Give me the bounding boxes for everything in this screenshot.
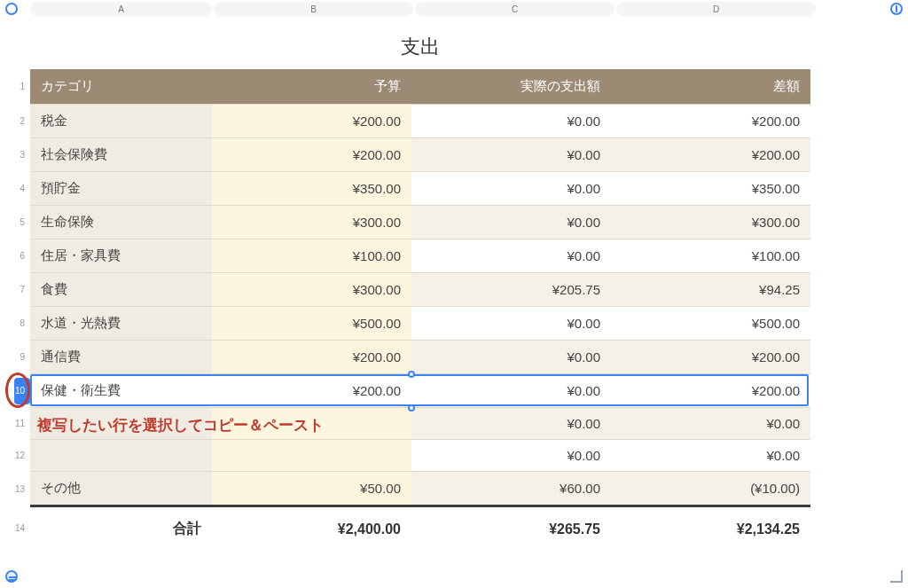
category-cell[interactable]: 通信費 bbox=[30, 341, 212, 374]
budget-cell[interactable]: ¥350.00 bbox=[212, 172, 411, 206]
row-label[interactable]: 9 bbox=[0, 341, 30, 374]
resize-handle-icon[interactable] bbox=[890, 570, 903, 583]
table-row[interactable]: 食費¥300.00¥205.75¥94.25 bbox=[30, 273, 810, 307]
diff-cell[interactable]: ¥0.00 bbox=[611, 440, 810, 472]
budget-cell[interactable]: ¥200.00 bbox=[212, 374, 411, 408]
diff-cell[interactable]: (¥10.00) bbox=[611, 472, 810, 506]
expense-table[interactable]: カテゴリ予算実際の支出額差額税金¥200.00¥0.00¥200.00社会保険費… bbox=[30, 69, 810, 551]
row-label[interactable]: 11 bbox=[0, 408, 30, 440]
budget-cell[interactable]: ¥300.00 bbox=[212, 206, 411, 239]
row-label[interactable]: 4 bbox=[0, 172, 30, 206]
header-cell[interactable]: 予算 bbox=[212, 69, 411, 105]
total-label[interactable]: 合計 bbox=[30, 506, 212, 552]
table-handle-icon[interactable] bbox=[5, 3, 18, 15]
actual-cell[interactable]: ¥0.00 bbox=[411, 408, 611, 440]
row-label[interactable]: 2 bbox=[0, 105, 30, 138]
diff-cell[interactable]: ¥500.00 bbox=[611, 307, 810, 341]
total-budget[interactable]: ¥2,400.00 bbox=[212, 506, 411, 552]
category-cell[interactable]: 預貯金 bbox=[30, 172, 212, 206]
add-column-icon[interactable] bbox=[890, 3, 903, 15]
row-label[interactable]: 7 bbox=[0, 273, 30, 307]
budget-cell[interactable]: ¥200.00 bbox=[212, 138, 411, 172]
header-cell[interactable]: カテゴリ bbox=[30, 69, 212, 105]
actual-cell[interactable]: ¥0.00 bbox=[411, 105, 611, 138]
table-row[interactable]: 水道・光熱費¥500.00¥0.00¥500.00 bbox=[30, 307, 810, 341]
table-container: 支出 カテゴリ予算実際の支出額差額税金¥200.00¥0.00¥200.00社会… bbox=[30, 27, 810, 551]
category-cell[interactable]: 税金 bbox=[30, 105, 212, 138]
row-label[interactable]: 8 bbox=[0, 307, 30, 341]
row-label[interactable]: 6 bbox=[0, 239, 30, 273]
actual-cell[interactable]: ¥0.00 bbox=[411, 206, 611, 239]
budget-cell[interactable]: ¥200.00 bbox=[212, 105, 411, 138]
row-label[interactable]: 14 bbox=[0, 506, 30, 552]
diff-cell[interactable]: ¥300.00 bbox=[611, 206, 810, 239]
category-cell[interactable]: 保健・衛生費 bbox=[30, 374, 212, 408]
actual-cell[interactable]: ¥0.00 bbox=[411, 374, 611, 408]
row-label[interactable]: 1 bbox=[0, 69, 30, 105]
diff-cell[interactable]: ¥100.00 bbox=[611, 239, 810, 273]
category-cell[interactable]: 水道・光熱費 bbox=[30, 307, 212, 341]
row-label[interactable]: 3 bbox=[0, 138, 30, 172]
table-menu-icon[interactable] bbox=[5, 570, 18, 583]
actual-cell[interactable]: ¥0.00 bbox=[411, 239, 611, 273]
category-cell[interactable]: その他 bbox=[30, 472, 212, 506]
budget-cell[interactable]: ¥500.00 bbox=[212, 307, 411, 341]
category-cell[interactable] bbox=[30, 440, 212, 472]
col-header-b[interactable]: B bbox=[214, 2, 413, 16]
actual-cell[interactable]: ¥0.00 bbox=[411, 138, 611, 172]
table-title: 支出 bbox=[30, 27, 810, 69]
row-label[interactable]: 10 bbox=[0, 374, 30, 408]
category-cell[interactable]: 生命保険 bbox=[30, 206, 212, 239]
budget-cell[interactable]: ¥100.00 bbox=[212, 239, 411, 273]
diff-cell[interactable]: ¥200.00 bbox=[611, 138, 810, 172]
actual-cell[interactable]: ¥0.00 bbox=[411, 341, 611, 374]
row-label[interactable]: 5 bbox=[0, 206, 30, 239]
diff-cell[interactable]: ¥200.00 bbox=[611, 374, 810, 408]
col-header-d[interactable]: D bbox=[616, 2, 816, 16]
col-header-c[interactable]: C bbox=[415, 2, 614, 16]
total-diff: ¥2,134.25 bbox=[611, 506, 810, 552]
diff-cell[interactable]: ¥0.00 bbox=[611, 408, 810, 440]
budget-cell[interactable] bbox=[212, 408, 411, 440]
category-cell[interactable]: 食費 bbox=[30, 273, 212, 307]
actual-cell[interactable]: ¥0.00 bbox=[411, 172, 611, 206]
table-row[interactable]: その他¥50.00¥60.00(¥10.00) bbox=[30, 472, 810, 506]
col-header-a[interactable]: A bbox=[30, 2, 212, 16]
actual-cell[interactable]: ¥0.00 bbox=[411, 307, 611, 341]
budget-cell[interactable] bbox=[212, 440, 411, 472]
table-row[interactable]: 社会保険費¥200.00¥0.00¥200.00 bbox=[30, 138, 810, 172]
header-cell[interactable]: 差額 bbox=[611, 69, 810, 105]
diff-cell[interactable]: ¥200.00 bbox=[611, 105, 810, 138]
actual-cell[interactable]: ¥60.00 bbox=[411, 472, 611, 506]
row-label[interactable]: 13 bbox=[0, 472, 30, 506]
budget-cell[interactable]: ¥300.00 bbox=[212, 273, 411, 307]
budget-cell[interactable]: ¥50.00 bbox=[212, 472, 411, 506]
category-cell[interactable]: 住居・家具費 bbox=[30, 239, 212, 273]
table-row[interactable]: 税金¥200.00¥0.00¥200.00 bbox=[30, 105, 810, 138]
spreadsheet-sheet: A B C D 支出 カテゴリ予算実際の支出額差額税金¥200.00¥0.00¥… bbox=[0, 0, 908, 588]
row-label[interactable]: 12 bbox=[0, 440, 30, 472]
table-row[interactable]: ¥0.00¥0.00 bbox=[30, 408, 810, 440]
header-cell[interactable]: 実際の支出額 bbox=[411, 69, 611, 105]
table-header-row[interactable]: カテゴリ予算実際の支出額差額 bbox=[30, 69, 810, 105]
diff-cell[interactable]: ¥94.25 bbox=[611, 273, 810, 307]
total-row[interactable]: 合計¥2,400.00¥265.75¥2,134.25 bbox=[30, 506, 810, 552]
category-cell[interactable] bbox=[30, 408, 212, 440]
actual-cell[interactable]: ¥205.75 bbox=[411, 273, 611, 307]
table-row[interactable]: 住居・家具費¥100.00¥0.00¥100.00 bbox=[30, 239, 810, 273]
table-row[interactable]: 預貯金¥350.00¥0.00¥350.00 bbox=[30, 172, 810, 206]
table-row[interactable]: ¥0.00¥0.00 bbox=[30, 440, 810, 472]
table-row[interactable]: 保健・衛生費¥200.00¥0.00¥200.00 bbox=[30, 374, 810, 408]
column-ruler: A B C D bbox=[0, 0, 908, 18]
category-cell[interactable]: 社会保険費 bbox=[30, 138, 212, 172]
total-actual[interactable]: ¥265.75 bbox=[411, 506, 611, 552]
budget-cell[interactable]: ¥200.00 bbox=[212, 341, 411, 374]
diff-cell[interactable]: ¥350.00 bbox=[611, 172, 810, 206]
diff-cell[interactable]: ¥200.00 bbox=[611, 341, 810, 374]
actual-cell[interactable]: ¥0.00 bbox=[411, 440, 611, 472]
table-row[interactable]: 通信費¥200.00¥0.00¥200.00 bbox=[30, 341, 810, 374]
table-row[interactable]: 生命保険¥300.00¥0.00¥300.00 bbox=[30, 206, 810, 239]
